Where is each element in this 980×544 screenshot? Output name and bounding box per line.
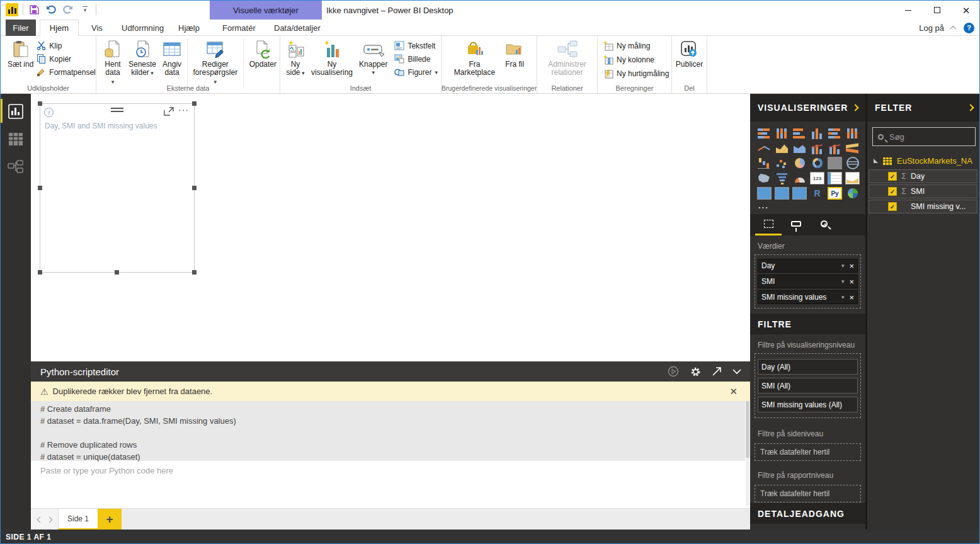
close-button[interactable]: ✕ xyxy=(952,1,980,20)
more-options-icon[interactable]: ··· xyxy=(178,105,189,115)
remove-field-icon[interactable] xyxy=(849,261,854,271)
chevron-down-icon[interactable] xyxy=(841,294,845,300)
next-page-icon[interactable] xyxy=(46,516,52,523)
script-comment-block[interactable]: # Create dataframe# dataset = data.frame… xyxy=(31,401,745,461)
undo-button[interactable] xyxy=(45,3,57,16)
format-painter-button[interactable]: Formatpensel xyxy=(37,67,95,77)
new-quick-measure-button[interactable]: Ny hurtigmåling xyxy=(603,69,669,79)
multi-row-card-icon[interactable] xyxy=(828,172,842,184)
tab-filer[interactable]: Filer xyxy=(6,20,36,36)
from-marketplace-button[interactable]: Fra Marketplace xyxy=(451,38,498,78)
new-page-button[interactable]: Ny side xyxy=(283,38,308,79)
line-clustered-column-chart-icon[interactable] xyxy=(810,142,824,154)
publish-button[interactable]: Publicer xyxy=(673,38,706,70)
card-icon[interactable]: 123 xyxy=(810,172,824,184)
resize-handle[interactable] xyxy=(192,186,197,190)
tab-hjaelp[interactable]: Hjælp xyxy=(169,20,208,36)
visual-level-filters-well[interactable]: Day (All) SMI (All) SMI missing values (… xyxy=(755,353,861,418)
value-field-chip[interactable]: Day xyxy=(758,259,858,273)
customize-toolbar-dropdown-icon[interactable]: ▾ xyxy=(79,3,91,16)
focus-mode-icon[interactable] xyxy=(164,107,174,118)
scatter-chart-icon[interactable] xyxy=(775,157,789,169)
drag-handle[interactable] xyxy=(111,108,123,114)
script-options-gear-icon[interactable] xyxy=(690,366,701,377)
resize-handle[interactable] xyxy=(192,101,197,106)
fields-tab[interactable] xyxy=(755,214,782,235)
visualizations-header[interactable]: VISUALISERINGER xyxy=(750,94,865,122)
tab-formater[interactable]: Formatér xyxy=(214,20,265,36)
page-filters-drop-area[interactable]: Træk datafelter hertil xyxy=(755,443,861,461)
scrollbar-thumb[interactable] xyxy=(746,401,749,458)
field-row[interactable]: ✓ SMI missing v... xyxy=(869,200,977,213)
clustered-column-chart-icon[interactable] xyxy=(810,127,824,139)
enter-data-button[interactable]: Angiv data xyxy=(159,38,185,78)
r-script-icon[interactable]: R xyxy=(810,187,824,200)
resize-handle[interactable] xyxy=(115,270,119,275)
code-input-placeholder[interactable]: Paste or type your Python code here xyxy=(40,466,173,475)
search-input[interactable] xyxy=(888,132,970,142)
table-eustockmarkets[interactable]: EuStockMarkets_NA xyxy=(874,156,980,166)
analytics-tab[interactable] xyxy=(811,214,837,235)
chevron-down-icon[interactable] xyxy=(841,263,845,269)
text-box-button[interactable]: Tekstfelt xyxy=(394,41,438,50)
more-visuals-ellipsis[interactable]: ... xyxy=(750,201,865,214)
100-stacked-bar-chart-icon[interactable] xyxy=(828,127,842,139)
matrix-icon[interactable] xyxy=(792,187,807,200)
field-checkbox[interactable]: ✓ xyxy=(888,202,897,211)
value-field-chip[interactable]: SMI xyxy=(758,275,858,288)
expand-editor-icon[interactable] xyxy=(712,367,721,376)
treemap-icon[interactable] xyxy=(828,157,842,169)
value-field-chip[interactable]: SMI missing values xyxy=(758,290,858,304)
paste-button[interactable]: Sæt ind xyxy=(4,38,37,70)
model-view-button[interactable] xyxy=(1,153,31,181)
new-measure-button[interactable]: Ny måling xyxy=(603,41,669,51)
python-script-icon[interactable]: Py xyxy=(828,187,842,200)
run-script-icon[interactable] xyxy=(668,366,679,377)
collapse-editor-chevron-icon[interactable] xyxy=(732,369,741,375)
dismiss-warning-icon[interactable]: ✕ xyxy=(729,386,738,397)
funnel-chart-icon[interactable] xyxy=(775,172,789,184)
save-button[interactable] xyxy=(28,3,40,16)
tab-udformning[interactable]: Udformning xyxy=(113,20,173,36)
buttons-button[interactable]: Knapper xyxy=(356,38,390,78)
field-search-box[interactable] xyxy=(872,127,976,146)
python-visual-placeholder[interactable]: i ··· Day, SMI and SMI missing values xyxy=(40,103,195,273)
report-canvas[interactable]: i ··· Day, SMI and SMI missing values xyxy=(31,94,750,361)
remove-field-icon[interactable] xyxy=(849,293,854,302)
map-icon[interactable] xyxy=(845,157,860,169)
resize-handle[interactable] xyxy=(192,270,197,275)
table-icon[interactable] xyxy=(775,187,789,200)
100-stacked-column-chart-icon[interactable] xyxy=(845,127,860,139)
fields-header[interactable]: FELTER xyxy=(867,94,980,122)
kpi-icon[interactable] xyxy=(845,172,860,184)
filter-card[interactable]: Day (All) xyxy=(758,359,858,375)
line-chart-icon[interactable] xyxy=(757,142,772,154)
maximize-button[interactable] xyxy=(923,1,952,20)
chevron-down-icon[interactable] xyxy=(841,278,845,285)
values-well[interactable]: Day SMI SMI missing values xyxy=(755,254,861,309)
copy-button[interactable]: Kopiér xyxy=(37,54,95,64)
filled-map-icon[interactable] xyxy=(757,172,772,184)
previous-page-icon[interactable] xyxy=(37,516,43,523)
pie-chart-icon[interactable] xyxy=(792,157,807,169)
image-button[interactable]: Billede xyxy=(394,54,438,64)
add-page-button[interactable] xyxy=(98,509,122,530)
expand-collapse-icon[interactable] xyxy=(874,159,878,163)
page-tab-side1[interactable]: Side 1 xyxy=(59,509,98,530)
minimize-button[interactable] xyxy=(894,1,923,20)
recent-sources-button[interactable]: Seneste kilder xyxy=(125,38,159,79)
field-row[interactable]: ✓ Σ Day xyxy=(869,169,977,183)
line-stacked-column-chart-icon[interactable] xyxy=(828,142,842,154)
stacked-column-chart-icon[interactable] xyxy=(775,127,789,139)
gauge-icon[interactable] xyxy=(792,172,807,184)
field-row[interactable]: ✓ Σ SMI xyxy=(869,184,977,198)
filter-card[interactable]: SMI (All) xyxy=(758,378,858,394)
report-filters-drop-area[interactable]: Træk datafelter hertil xyxy=(755,485,861,502)
collapse-panel-icon[interactable] xyxy=(852,104,858,111)
login-link[interactable]: Log på xyxy=(919,23,944,33)
clustered-bar-chart-icon[interactable] xyxy=(792,127,807,139)
tab-data-detaljer[interactable]: Data/detaljer xyxy=(265,20,329,36)
shapes-button[interactable]: Figurer xyxy=(394,67,438,77)
donut-chart-icon[interactable] xyxy=(810,157,824,169)
stacked-area-chart-icon[interactable] xyxy=(792,142,807,154)
